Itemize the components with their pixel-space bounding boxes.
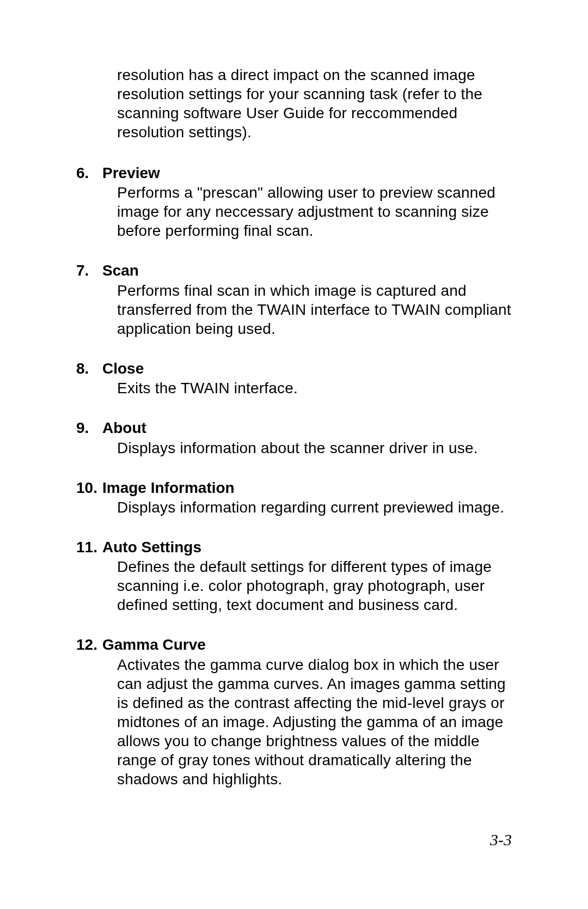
list-item: 11.Auto Settings Defines the default set…	[76, 538, 512, 614]
item-body: Displays information regarding current p…	[117, 498, 512, 517]
item-heading: 7.Scan	[76, 261, 512, 280]
item-title: Image Information	[102, 479, 235, 496]
list-item: 12.Gamma Curve Activates the gamma curve…	[76, 635, 512, 788]
page-number: 3-3	[490, 831, 512, 849]
item-title: Scan	[102, 262, 139, 279]
item-heading: 11.Auto Settings	[76, 538, 512, 557]
list-item: 7.Scan Performs final scan in which imag…	[76, 261, 512, 338]
item-body: Exits the TWAIN interface.	[117, 379, 512, 398]
item-heading: 12.Gamma Curve	[76, 635, 512, 655]
list-item: 8.Close Exits the TWAIN interface.	[76, 359, 512, 398]
item-body: Activates the gamma curve dialog box in …	[117, 655, 512, 789]
item-heading: 6.Preview	[76, 163, 512, 183]
item-number: 8.	[76, 359, 102, 379]
item-body: Displays information about the scanner d…	[117, 438, 512, 457]
item-heading: 10.Image Information	[76, 478, 512, 498]
list-item: 6.Preview Performs a "prescan" allowing …	[76, 163, 512, 240]
item-number: 9.	[76, 418, 102, 438]
item-body: Performs a "prescan" allowing user to pr…	[117, 183, 512, 240]
item-title: Close	[102, 360, 144, 377]
document-page: resolution has a direct impact on the sc…	[0, 0, 588, 909]
item-title: Gamma Curve	[102, 636, 206, 653]
item-number: 10.	[76, 478, 102, 498]
item-body: Defines the default settings for differe…	[117, 557, 512, 614]
list-item: 9.About Displays information about the s…	[76, 418, 512, 457]
item-number: 12.	[76, 635, 102, 655]
item-number: 7.	[76, 261, 102, 280]
list-item: 10.Image Information Displays informatio…	[76, 478, 512, 517]
item-heading: 8.Close	[76, 359, 512, 379]
item-body: Performs final scan in which image is ca…	[117, 281, 512, 338]
item-heading: 9.About	[76, 418, 512, 438]
item-number: 11.	[76, 538, 102, 557]
item-title: Preview	[102, 164, 160, 181]
intro-paragraph: resolution has a direct impact on the sc…	[117, 65, 512, 142]
item-title: About	[102, 419, 146, 436]
item-title: Auto Settings	[102, 539, 201, 556]
item-number: 6.	[76, 163, 102, 183]
